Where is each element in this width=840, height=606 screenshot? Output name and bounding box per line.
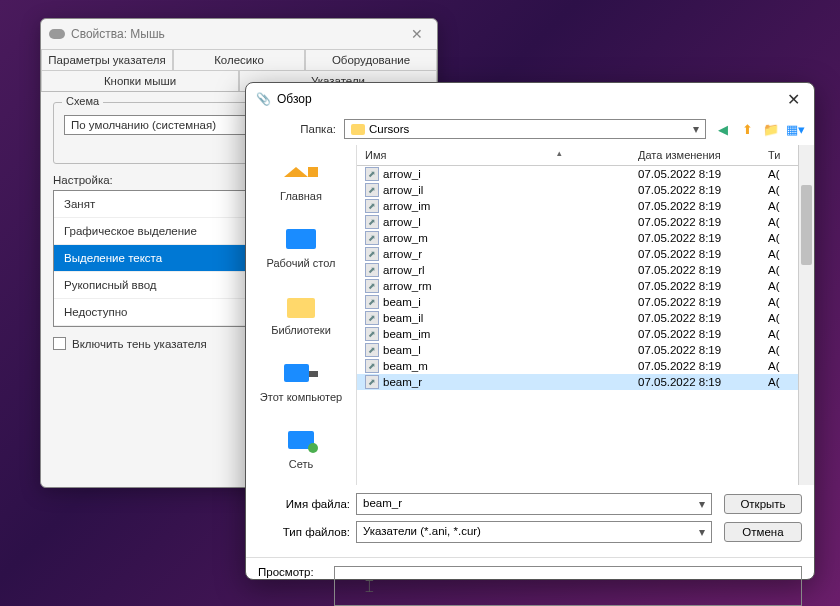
sidebar-item-libraries[interactable]: Библиотеки [246,287,356,340]
file-type: A( [768,360,798,372]
chevron-down-icon: ▾ [693,122,699,136]
file-date: 07.05.2022 8:19 [638,376,768,388]
file-name: arrow_il [383,184,638,196]
preview-box: 𝙸 [334,566,802,606]
file-type: A( [768,296,798,308]
file-row[interactable]: ⬈arrow_im07.05.2022 8:19A( [357,198,798,214]
filetype-label: Тип файлов: [258,526,350,538]
tab-buttons[interactable]: Кнопки мыши [41,70,239,91]
ibeam-cursor-icon: 𝙸 [363,576,372,597]
file-row[interactable]: ⬈beam_m07.05.2022 8:19A( [357,358,798,374]
new-folder-icon[interactable]: 📁 [762,120,780,138]
file-list-header[interactable]: Имя ▴ Дата изменения Ти [357,145,798,166]
browse-toolbar: Папка: Cursors ▾ ◀ ⬆ 📁 ▦▾ [246,115,814,145]
up-icon[interactable]: ⬆ [738,120,756,138]
cursor-file-icon: ⬈ [365,263,379,277]
file-name: arrow_im [383,200,638,212]
file-type: A( [768,376,798,388]
close-button[interactable]: ✕ [405,26,429,42]
sidebar-item-label: Сеть [246,458,356,470]
file-date: 07.05.2022 8:19 [638,200,768,212]
sidebar-item-network[interactable]: Сеть [246,421,356,474]
scrollbar-thumb[interactable] [801,185,812,265]
file-row[interactable]: ⬈beam_im07.05.2022 8:19A( [357,326,798,342]
col-date[interactable]: Дата изменения [638,149,768,161]
tab-hardware[interactable]: Оборудование [305,49,437,70]
views-icon[interactable]: ▦▾ [786,120,804,138]
file-name: arrow_l [383,216,638,228]
vertical-scrollbar[interactable] [798,145,814,485]
file-row[interactable]: ⬈beam_r07.05.2022 8:19A( [357,374,798,390]
col-name[interactable]: Имя [357,149,638,161]
file-date: 07.05.2022 8:19 [638,344,768,356]
folder-label: Папка: [256,123,336,135]
browse-main: ГлавнаяРабочий столБиблиотекиЭтот компью… [246,145,814,485]
file-type: A( [768,248,798,260]
file-type: A( [768,344,798,356]
file-type: A( [768,216,798,228]
file-date: 07.05.2022 8:19 [638,232,768,244]
file-date: 07.05.2022 8:19 [638,184,768,196]
cursor-file-icon: ⬈ [365,311,379,325]
open-button[interactable]: Открыть [724,494,802,514]
tab-wheel[interactable]: Колесико [173,49,305,70]
file-type: A( [768,184,798,196]
file-row[interactable]: ⬈beam_l07.05.2022 8:19A( [357,342,798,358]
file-row[interactable]: ⬈beam_i07.05.2022 8:19A( [357,294,798,310]
file-row[interactable]: ⬈arrow_r07.05.2022 8:19A( [357,246,798,262]
shadow-checkbox-label: Включить тень указателя [72,338,207,350]
col-type[interactable]: Ти [768,149,798,161]
checkbox-icon[interactable] [53,337,66,350]
file-type: A( [768,200,798,212]
file-row[interactable]: ⬈arrow_il07.05.2022 8:19A( [357,182,798,198]
toolbar-icons: ◀ ⬆ 📁 ▦▾ [714,120,804,138]
cursor-file-icon: ⬈ [365,231,379,245]
folder-dropdown[interactable]: Cursors ▾ [344,119,706,139]
cancel-button[interactable]: Отмена [724,522,802,542]
browse-title: Обзор [277,92,312,106]
back-icon[interactable]: ◀ [714,120,732,138]
cursor-file-icon: ⬈ [365,247,379,261]
mouse-props-titlebar[interactable]: Свойства: Мышь ✕ [41,19,437,49]
sidebar-item-pc[interactable]: Этот компьютер [246,354,356,407]
tab-pointer-options[interactable]: Параметры указателя [41,49,173,70]
sidebar-item-label: Главная [246,190,356,202]
file-name: arrow_i [383,168,638,180]
close-button[interactable]: ✕ [783,90,804,109]
file-name: beam_r [383,376,638,388]
file-date: 07.05.2022 8:19 [638,264,768,276]
file-name: arrow_r [383,248,638,260]
file-row[interactable]: ⬈beam_il07.05.2022 8:19A( [357,310,798,326]
browse-titlebar[interactable]: 📎 Обзор ✕ [246,83,814,115]
preview-label: Просмотр: [258,566,334,606]
cursor-file-icon: ⬈ [365,215,379,229]
sidebar-item-label: Этот компьютер [246,391,356,403]
sidebar-item-label: Библиотеки [246,324,356,336]
file-row[interactable]: ⬈arrow_i07.05.2022 8:19A( [357,166,798,182]
file-rows[interactable]: ⬈arrow_i07.05.2022 8:19A(⬈arrow_il07.05.… [357,166,798,485]
sidebar-item-home[interactable]: Главная [246,153,356,206]
cursor-file-icon: ⬈ [365,375,379,389]
cursor-file-icon: ⬈ [365,327,379,341]
file-row[interactable]: ⬈arrow_l07.05.2022 8:19A( [357,214,798,230]
filename-input[interactable]: beam_r▾ [356,493,712,515]
file-date: 07.05.2022 8:19 [638,360,768,372]
mouse-props-title: Свойства: Мышь [71,27,165,41]
filetype-dropdown[interactable]: Указатели (*.ani, *.cur)▾ [356,521,712,543]
cursor-file-icon: ⬈ [365,279,379,293]
sidebar-item-desktop[interactable]: Рабочий стол [246,220,356,273]
browse-bottom-panel: Имя файла: beam_r▾ Открыть Тип файлов: У… [246,485,814,557]
file-type: A( [768,232,798,244]
file-row[interactable]: ⬈arrow_m07.05.2022 8:19A( [357,230,798,246]
file-row[interactable]: ⬈arrow_rm07.05.2022 8:19A( [357,278,798,294]
file-date: 07.05.2022 8:19 [638,216,768,228]
cursor-file-icon: ⬈ [365,199,379,213]
file-date: 07.05.2022 8:19 [638,248,768,260]
file-name: arrow_rm [383,280,638,292]
filename-label: Имя файла: [258,498,350,510]
file-type: A( [768,312,798,324]
file-name: beam_m [383,360,638,372]
file-row[interactable]: ⬈arrow_rl07.05.2022 8:19A( [357,262,798,278]
file-date: 07.05.2022 8:19 [638,328,768,340]
attach-icon: 📎 [256,92,271,106]
